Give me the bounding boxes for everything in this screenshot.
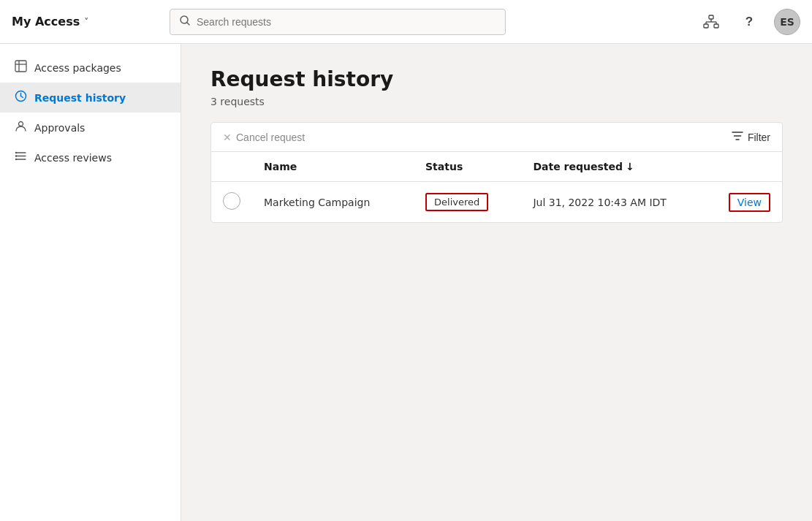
sidebar-label-access-packages: Access packages <box>34 62 121 74</box>
svg-point-15 <box>19 122 23 126</box>
clock-icon <box>15 90 27 105</box>
sort-icon: ↓ <box>626 161 634 172</box>
filter-label: Filter <box>748 132 770 143</box>
main-content: Request history 3 requests ✕ Cancel requ… <box>181 44 812 521</box>
row-name-cell: Marketing Campaign <box>252 182 414 223</box>
th-action <box>717 152 782 182</box>
cancel-request-button[interactable]: ✕ Cancel request <box>223 132 305 143</box>
help-icon: ? <box>745 15 753 29</box>
brand[interactable]: My Access ˅ <box>12 15 158 28</box>
view-link[interactable]: View <box>729 193 770 212</box>
sidebar-item-access-packages[interactable]: Access packages <box>0 53 181 83</box>
brand-chevron[interactable]: ˅ <box>84 17 88 27</box>
search-bar[interactable] <box>170 9 506 35</box>
request-count: 3 requests <box>210 96 783 107</box>
svg-rect-9 <box>15 61 26 72</box>
row-select-circle[interactable] <box>223 192 240 210</box>
page-title: Request history <box>210 67 783 91</box>
search-icon <box>179 15 191 28</box>
cancel-label: Cancel request <box>236 132 305 143</box>
filter-button[interactable]: Filter <box>732 130 770 144</box>
svg-point-20 <box>15 155 17 156</box>
status-badge: Delivered <box>425 193 488 211</box>
sidebar-label-access-reviews: Access reviews <box>34 152 112 164</box>
filter-icon <box>732 130 743 144</box>
svg-rect-2 <box>709 15 713 19</box>
person-icon <box>15 120 27 135</box>
row-status-cell: Delivered <box>414 182 521 223</box>
row-select-cell[interactable] <box>211 182 252 223</box>
th-status: Status <box>414 152 521 182</box>
th-name: Name <box>252 152 414 182</box>
sidebar-item-request-history[interactable]: Request history <box>0 83 181 113</box>
sidebar-label-approvals: Approvals <box>34 122 85 134</box>
table-toolbar: ✕ Cancel request Filter <box>211 123 782 152</box>
avatar[interactable]: ES <box>774 9 800 35</box>
sidebar: Access packages Request history Approval… <box>0 44 181 521</box>
topbar-right: ? ES <box>698 9 800 35</box>
sidebar-label-request-history: Request history <box>34 92 126 104</box>
search-input[interactable] <box>197 16 496 28</box>
sidebar-item-access-reviews[interactable]: Access reviews <box>0 142 181 172</box>
org-icon-button[interactable] <box>698 9 724 35</box>
main-layout: Access packages Request history Approval… <box>0 44 812 521</box>
row-action-cell[interactable]: View <box>717 182 782 223</box>
table-container: ✕ Cancel request Filter <box>210 122 783 223</box>
svg-line-14 <box>21 96 23 98</box>
th-select <box>211 152 252 182</box>
row-date-cell: Jul 31, 2022 10:43 AM IDT <box>521 182 716 223</box>
topbar: My Access ˅ ? ES <box>0 0 812 44</box>
svg-point-21 <box>15 159 17 160</box>
table-header-row: Name Status Date requested ↓ <box>211 152 782 182</box>
th-date-requested[interactable]: Date requested ↓ <box>521 152 716 182</box>
sidebar-item-approvals[interactable]: Approvals <box>0 113 181 142</box>
brand-label: My Access <box>12 15 80 28</box>
row-date: Jul 31, 2022 10:43 AM IDT <box>533 197 667 208</box>
cancel-x-icon: ✕ <box>223 132 232 143</box>
svg-point-19 <box>15 152 17 153</box>
table-row: Marketing Campaign Delivered Jul 31, 202… <box>211 182 782 223</box>
row-name: Marketing Campaign <box>264 197 370 208</box>
requests-table: Name Status Date requested ↓ <box>211 152 782 222</box>
list-icon <box>15 150 27 165</box>
svg-rect-4 <box>714 24 718 28</box>
help-icon-button[interactable]: ? <box>736 9 762 35</box>
table-icon <box>15 60 27 75</box>
svg-line-1 <box>187 23 190 26</box>
svg-rect-3 <box>704 24 708 28</box>
